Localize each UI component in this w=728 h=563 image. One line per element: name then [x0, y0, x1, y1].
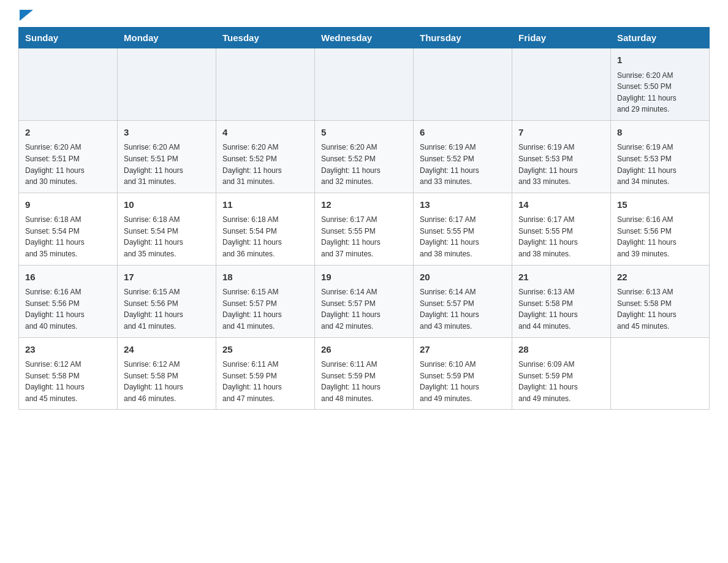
day-info: Sunrise: 6:19 AMSunset: 5:53 PMDaylight:…: [518, 142, 604, 187]
calendar-table: SundayMondayTuesdayWednesdayThursdayFrid…: [18, 27, 710, 410]
calendar-cell: 15Sunrise: 6:16 AMSunset: 5:56 PMDayligh…: [611, 193, 710, 265]
calendar-cell: 19Sunrise: 6:14 AMSunset: 5:57 PMDayligh…: [315, 265, 414, 337]
day-info: Sunrise: 6:17 AMSunset: 5:55 PMDaylight:…: [518, 214, 604, 259]
day-number: 7: [518, 126, 604, 140]
day-info: Sunrise: 6:14 AMSunset: 5:57 PMDaylight:…: [420, 286, 506, 332]
calendar-cell: 16Sunrise: 6:16 AMSunset: 5:56 PMDayligh…: [19, 265, 118, 337]
day-number: 28: [518, 343, 604, 357]
calendar-week-row: 9Sunrise: 6:18 AMSunset: 5:54 PMDaylight…: [19, 193, 710, 265]
day-info: Sunrise: 6:10 AMSunset: 5:59 PMDaylight:…: [420, 359, 506, 404]
day-info: Sunrise: 6:17 AMSunset: 5:55 PMDaylight:…: [420, 214, 506, 259]
day-number: 27: [420, 343, 506, 357]
day-info: Sunrise: 6:20 AMSunset: 5:51 PMDaylight:…: [25, 142, 111, 187]
day-number: 8: [617, 126, 703, 140]
calendar-cell: [512, 48, 611, 121]
day-info: Sunrise: 6:12 AMSunset: 5:58 PMDaylight:…: [124, 359, 210, 404]
day-number: 2: [25, 126, 111, 140]
day-info: Sunrise: 6:17 AMSunset: 5:55 PMDaylight:…: [321, 214, 407, 259]
calendar-cell: 23Sunrise: 6:12 AMSunset: 5:58 PMDayligh…: [19, 337, 118, 410]
calendar-body: 1Sunrise: 6:20 AMSunset: 5:50 PMDaylight…: [19, 48, 710, 410]
day-number: 5: [321, 126, 407, 140]
day-number: 4: [222, 126, 308, 140]
day-number: 24: [124, 343, 210, 357]
calendar-week-row: 23Sunrise: 6:12 AMSunset: 5:58 PMDayligh…: [19, 337, 710, 410]
calendar-cell: 7Sunrise: 6:19 AMSunset: 5:53 PMDaylight…: [512, 120, 611, 193]
day-number: 10: [124, 198, 210, 212]
calendar-cell: 27Sunrise: 6:10 AMSunset: 5:59 PMDayligh…: [414, 337, 512, 410]
calendar-cell: 12Sunrise: 6:17 AMSunset: 5:55 PMDayligh…: [315, 193, 414, 265]
weekday-header-friday: Friday: [512, 28, 611, 48]
calendar-cell: 25Sunrise: 6:11 AMSunset: 5:59 PMDayligh…: [216, 337, 315, 410]
weekday-header-sunday: Sunday: [19, 28, 118, 48]
calendar-cell: [315, 48, 414, 121]
calendar-cell: 21Sunrise: 6:13 AMSunset: 5:58 PMDayligh…: [512, 265, 611, 337]
day-info: Sunrise: 6:11 AMSunset: 5:59 PMDaylight:…: [222, 359, 308, 404]
day-info: Sunrise: 6:09 AMSunset: 5:59 PMDaylight:…: [518, 359, 604, 404]
day-info: Sunrise: 6:13 AMSunset: 5:58 PMDaylight:…: [617, 286, 703, 332]
calendar-cell: [19, 48, 118, 121]
day-info: Sunrise: 6:12 AMSunset: 5:58 PMDaylight:…: [25, 359, 111, 404]
day-number: 20: [420, 270, 506, 285]
calendar-week-row: 1Sunrise: 6:20 AMSunset: 5:50 PMDaylight…: [19, 48, 710, 121]
weekday-header-wednesday: Wednesday: [315, 28, 414, 48]
day-number: 21: [518, 270, 604, 285]
calendar-cell: 6Sunrise: 6:19 AMSunset: 5:52 PMDaylight…: [414, 120, 512, 193]
day-number: 19: [321, 270, 407, 285]
day-number: 22: [617, 270, 703, 285]
calendar-cell: 5Sunrise: 6:20 AMSunset: 5:52 PMDaylight…: [315, 120, 414, 193]
weekday-header-saturday: Saturday: [611, 28, 710, 48]
day-number: 11: [222, 198, 308, 212]
day-info: Sunrise: 6:16 AMSunset: 5:56 PMDaylight:…: [617, 214, 703, 259]
calendar-cell: 17Sunrise: 6:15 AMSunset: 5:56 PMDayligh…: [118, 265, 216, 337]
calendar-week-row: 2Sunrise: 6:20 AMSunset: 5:51 PMDaylight…: [19, 120, 710, 193]
day-number: 14: [518, 198, 604, 212]
day-info: Sunrise: 6:18 AMSunset: 5:54 PMDaylight:…: [222, 214, 308, 259]
day-info: Sunrise: 6:20 AMSunset: 5:50 PMDaylight:…: [617, 70, 703, 115]
calendar-cell: [611, 337, 710, 410]
calendar-cell: 26Sunrise: 6:11 AMSunset: 5:59 PMDayligh…: [315, 337, 414, 410]
calendar-cell: [414, 48, 512, 121]
day-number: 13: [420, 198, 506, 212]
day-number: 1: [617, 53, 703, 67]
calendar-cell: [118, 48, 216, 121]
weekday-header-thursday: Thursday: [414, 28, 512, 48]
calendar-cell: 18Sunrise: 6:15 AMSunset: 5:57 PMDayligh…: [216, 265, 315, 337]
calendar-header: SundayMondayTuesdayWednesdayThursdayFrid…: [19, 28, 710, 48]
logo-arrow-icon: [20, 10, 33, 21]
day-number: 25: [222, 343, 308, 357]
day-info: Sunrise: 6:11 AMSunset: 5:59 PMDaylight:…: [321, 359, 407, 404]
calendar-cell: 4Sunrise: 6:20 AMSunset: 5:52 PMDaylight…: [216, 120, 315, 193]
calendar-cell: 24Sunrise: 6:12 AMSunset: 5:58 PMDayligh…: [118, 337, 216, 410]
calendar-cell: 8Sunrise: 6:19 AMSunset: 5:53 PMDaylight…: [611, 120, 710, 193]
calendar-cell: 20Sunrise: 6:14 AMSunset: 5:57 PMDayligh…: [414, 265, 512, 337]
calendar-cell: 2Sunrise: 6:20 AMSunset: 5:51 PMDaylight…: [19, 120, 118, 193]
calendar-cell: [216, 48, 315, 121]
day-info: Sunrise: 6:14 AMSunset: 5:57 PMDaylight:…: [321, 286, 407, 332]
day-info: Sunrise: 6:18 AMSunset: 5:54 PMDaylight:…: [124, 214, 210, 259]
weekday-header-tuesday: Tuesday: [216, 28, 315, 48]
calendar-cell: 14Sunrise: 6:17 AMSunset: 5:55 PMDayligh…: [512, 193, 611, 265]
calendar-cell: 1Sunrise: 6:20 AMSunset: 5:50 PMDaylight…: [611, 48, 710, 121]
day-number: 9: [25, 198, 111, 212]
calendar-cell: 28Sunrise: 6:09 AMSunset: 5:59 PMDayligh…: [512, 337, 611, 410]
day-info: Sunrise: 6:19 AMSunset: 5:53 PMDaylight:…: [617, 142, 703, 187]
day-number: 12: [321, 198, 407, 212]
day-info: Sunrise: 6:15 AMSunset: 5:57 PMDaylight:…: [222, 286, 308, 332]
day-number: 6: [420, 126, 506, 140]
weekday-header-monday: Monday: [118, 28, 216, 48]
day-number: 17: [124, 270, 210, 285]
calendar-cell: 10Sunrise: 6:18 AMSunset: 5:54 PMDayligh…: [118, 193, 216, 265]
svg-marker-0: [20, 10, 33, 21]
calendar-cell: 3Sunrise: 6:20 AMSunset: 5:51 PMDaylight…: [118, 120, 216, 193]
calendar-cell: 11Sunrise: 6:18 AMSunset: 5:54 PMDayligh…: [216, 193, 315, 265]
day-number: 26: [321, 343, 407, 357]
day-number: 23: [25, 343, 111, 357]
calendar-cell: 13Sunrise: 6:17 AMSunset: 5:55 PMDayligh…: [414, 193, 512, 265]
day-info: Sunrise: 6:15 AMSunset: 5:56 PMDaylight:…: [124, 286, 210, 332]
page-header: [18, 12, 710, 21]
calendar-cell: 9Sunrise: 6:18 AMSunset: 5:54 PMDaylight…: [19, 193, 118, 265]
day-info: Sunrise: 6:20 AMSunset: 5:51 PMDaylight:…: [124, 142, 210, 187]
calendar-week-row: 16Sunrise: 6:16 AMSunset: 5:56 PMDayligh…: [19, 265, 710, 337]
calendar-cell: 22Sunrise: 6:13 AMSunset: 5:58 PMDayligh…: [611, 265, 710, 337]
day-number: 18: [222, 270, 308, 285]
